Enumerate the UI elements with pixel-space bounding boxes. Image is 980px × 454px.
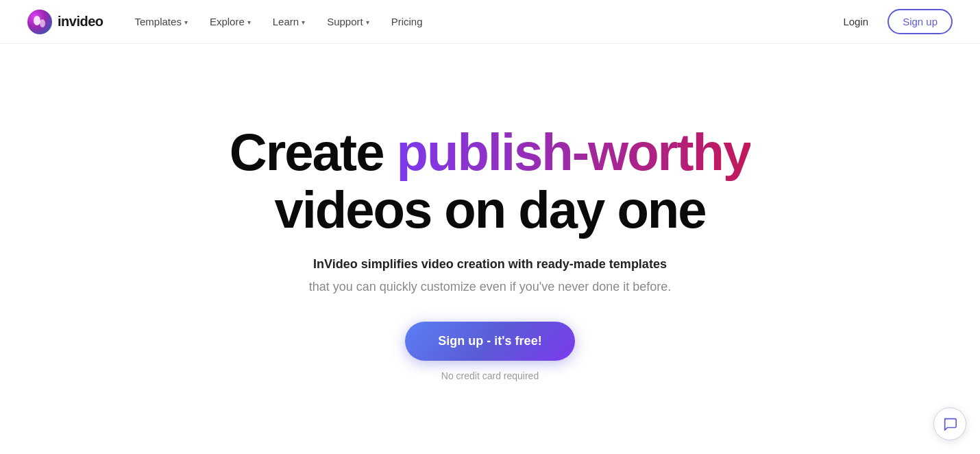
nav-links: Templates ▾ Explore ▾ Learn ▾ Support ▾ … — [125, 10, 835, 33]
nav-learn-label: Learn — [273, 16, 299, 27]
nav-templates[interactable]: Templates ▾ — [125, 10, 197, 33]
nav-explore[interactable]: Explore ▾ — [200, 10, 260, 33]
hero-section: Create publish-worthy videos on day one … — [0, 44, 980, 454]
hero-title-suffix: videos on day one — [274, 180, 705, 239]
svg-point-1 — [34, 16, 40, 25]
hero-subtitle-line1: InVideo simplifies video creation with r… — [313, 254, 667, 274]
logo[interactable]: invideo — [27, 10, 103, 34]
nav-support-label: Support — [327, 16, 363, 27]
chevron-down-icon: ▾ — [247, 19, 251, 26]
nav-pricing-label: Pricing — [391, 16, 423, 27]
svg-point-2 — [40, 19, 45, 27]
cta-signup-button[interactable]: Sign up - it's free! — [405, 322, 574, 361]
chat-icon — [942, 416, 957, 431]
hero-title-highlight: publish-worthy — [397, 123, 751, 181]
hero-title-prefix: Create — [230, 123, 397, 181]
nav-pricing[interactable]: Pricing — [382, 10, 432, 33]
no-credit-card-text: No credit card required — [441, 370, 539, 381]
nav-support[interactable]: Support ▾ — [317, 10, 379, 33]
chevron-down-icon: ▾ — [302, 19, 305, 26]
nav-learn[interactable]: Learn ▾ — [263, 10, 315, 33]
nav-explore-label: Explore — [210, 16, 245, 27]
signup-button[interactable]: Sign up — [887, 9, 953, 34]
logo-icon — [27, 10, 52, 34]
chevron-down-icon: ▾ — [184, 19, 188, 26]
nav-actions: Login Sign up — [835, 9, 953, 34]
hero-subtitle-line2: that you can quickly customize even if y… — [309, 277, 672, 297]
login-button[interactable]: Login — [835, 10, 877, 33]
navbar: invideo Templates ▾ Explore ▾ Learn ▾ Su… — [0, 0, 980, 44]
chevron-down-icon: ▾ — [366, 19, 369, 26]
chat-bubble-button[interactable] — [933, 407, 966, 440]
nav-templates-label: Templates — [135, 16, 182, 27]
hero-title: Create publish-worthy videos on day one — [230, 123, 750, 238]
brand-name: invideo — [58, 14, 103, 29]
